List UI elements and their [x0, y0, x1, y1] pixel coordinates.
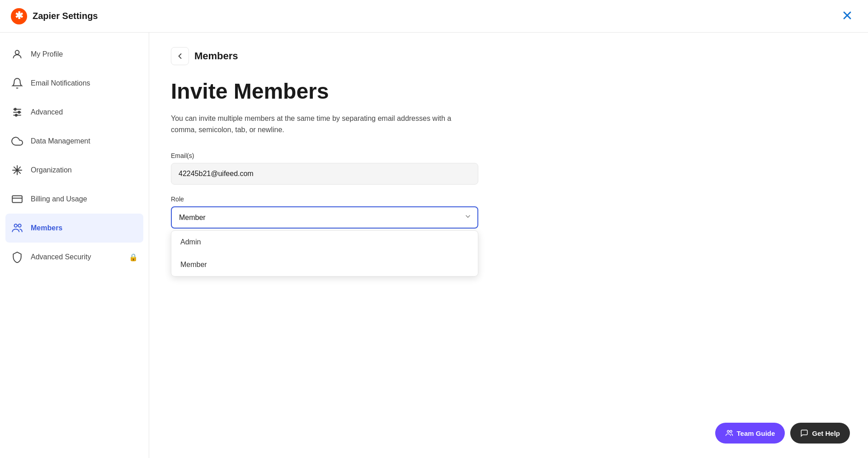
get-help-label: Get Help: [812, 429, 840, 437]
role-select-container: Member Admin Admin Member: [171, 206, 478, 229]
role-label: Role: [171, 196, 478, 203]
sidebar-label-members: Members: [31, 224, 138, 232]
person-icon: [11, 48, 24, 61]
svg-rect-16: [12, 196, 22, 202]
sidebar-item-organization[interactable]: Organization: [0, 156, 149, 185]
svg-point-8: [14, 108, 16, 110]
get-help-button[interactable]: Get Help: [790, 423, 850, 444]
svg-point-10: [15, 114, 17, 116]
svg-point-20: [727, 430, 729, 433]
sidebar-item-advanced-security[interactable]: Advanced Security 🔒: [0, 243, 149, 272]
sidebar-label-data-management: Data Management: [31, 137, 138, 145]
email-input[interactable]: [171, 163, 478, 185]
arrow-left-icon: [175, 52, 184, 61]
app-header: ✱ Zapier Settings: [0, 0, 868, 33]
svg-point-19: [18, 224, 21, 227]
back-button[interactable]: [171, 47, 189, 65]
svg-point-18: [14, 224, 18, 227]
sidebar-item-my-profile[interactable]: My Profile: [0, 40, 149, 69]
email-form-group: Email(s): [171, 152, 478, 185]
card-icon: [11, 193, 24, 205]
bottom-buttons: Team Guide Get Help: [715, 423, 850, 444]
invite-title: Invite Members: [171, 80, 846, 104]
app-title: Zapier Settings: [33, 11, 98, 21]
close-button[interactable]: [837, 5, 857, 27]
sidebar-item-data-management[interactable]: Data Management: [0, 127, 149, 156]
bell-icon: [11, 77, 24, 90]
svg-point-4: [15, 50, 19, 54]
main-content: Members Invite Members You can invite mu…: [149, 33, 868, 458]
dropdown-item-member[interactable]: Member: [171, 253, 478, 276]
team-guide-label: Team Guide: [737, 429, 775, 437]
section-title: Members: [194, 50, 238, 62]
svg-text:✱: ✱: [15, 10, 24, 21]
email-label: Email(s): [171, 152, 478, 159]
role-dropdown: Admin Member: [171, 230, 478, 277]
snowflake-icon: [11, 164, 24, 177]
sidebar-label-organization: Organization: [31, 166, 138, 174]
sidebar-item-email-notifications[interactable]: Email Notifications: [0, 69, 149, 98]
cloud-icon: [11, 135, 24, 148]
svg-point-21: [730, 430, 732, 433]
svg-point-9: [18, 111, 20, 113]
lock-badge-icon: 🔒: [129, 253, 138, 262]
people-small-icon: [725, 429, 733, 437]
sidebar-item-members[interactable]: Members: [5, 214, 143, 243]
sliders-icon: [11, 106, 24, 119]
sidebar: My Profile Email Notifications Advanced: [0, 33, 149, 458]
role-form-group: Role Member Admin Admin Member: [171, 196, 478, 229]
sidebar-label-advanced: Advanced: [31, 108, 138, 116]
back-header: Members: [171, 47, 846, 65]
role-select[interactable]: Member Admin: [171, 206, 478, 229]
zapier-logo-icon: ✱: [11, 8, 27, 24]
sidebar-label-billing-and-usage: Billing and Usage: [31, 195, 138, 203]
team-guide-button[interactable]: Team Guide: [715, 423, 785, 444]
close-icon: [841, 9, 854, 22]
main-layout: My Profile Email Notifications Advanced: [0, 33, 868, 458]
sidebar-item-advanced[interactable]: Advanced: [0, 98, 149, 127]
people-icon: [11, 222, 24, 234]
sidebar-label-email-notifications: Email Notifications: [31, 79, 138, 87]
sidebar-label-advanced-security: Advanced Security: [31, 253, 120, 261]
dropdown-item-admin[interactable]: Admin: [171, 231, 478, 253]
sidebar-item-billing-and-usage[interactable]: Billing and Usage: [0, 185, 149, 214]
shield-icon: [11, 251, 24, 263]
sidebar-label-my-profile: My Profile: [31, 50, 138, 58]
header-left: ✱ Zapier Settings: [11, 8, 98, 24]
chat-icon: [800, 429, 808, 437]
invite-description: You can invite multiple members at the s…: [171, 113, 460, 136]
svg-point-15: [16, 169, 18, 171]
